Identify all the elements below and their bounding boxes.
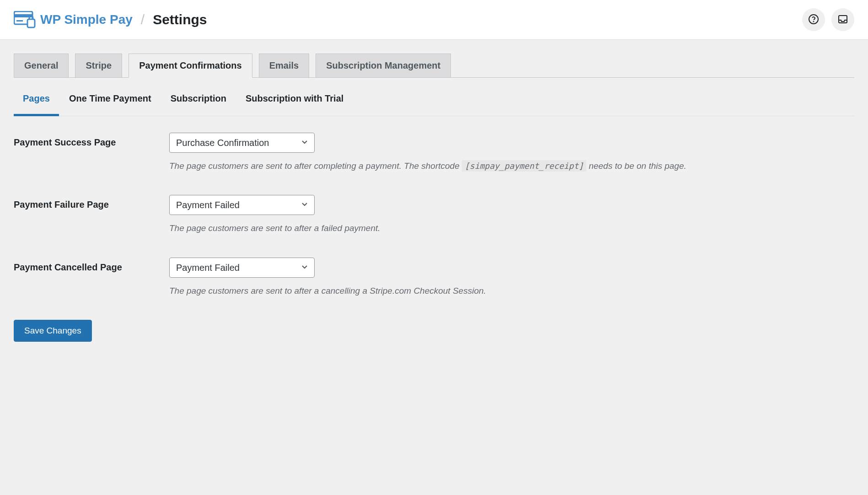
svg-point-5 [814,21,814,22]
field-payment-failure-page: Payment Failure Page Payment Failed The … [14,195,854,235]
settings-form: Payment Success Page Purchase Confirmati… [14,133,854,342]
tab-stripe[interactable]: Stripe [75,54,122,77]
tab-payment-confirmations[interactable]: Payment Confirmations [129,54,252,78]
page-title: Settings [153,12,207,27]
primary-tabs: General Stripe Payment Confirmations Ema… [14,54,854,78]
label-payment-cancelled-page: Payment Cancelled Page [14,258,169,273]
field-payment-cancelled-page: Payment Cancelled Page Payment Failed Th… [14,258,854,298]
description-payment-success-page: The page customers are sent to after com… [169,159,854,173]
help-button[interactable] [802,8,825,31]
save-changes-button[interactable]: Save Changes [14,320,92,342]
label-payment-success-page: Payment Success Page [14,133,169,148]
tab-emails[interactable]: Emails [259,54,309,77]
header-actions [802,8,854,31]
help-circle-icon [808,14,819,26]
brand-name: WP Simple Pay [40,12,133,27]
tab-subscription-management[interactable]: Subscription Management [316,54,451,77]
subtab-subscription[interactable]: Subscription [171,81,226,116]
brand-logo-icon [14,11,36,28]
inbox-button[interactable] [831,8,854,31]
select-payment-cancelled-page[interactable]: Payment Failed [169,258,315,278]
svg-rect-3 [27,19,35,27]
field-payment-success-page: Payment Success Page Purchase Confirmati… [14,133,854,173]
shortcode-text: [simpay_payment_receipt] [462,160,586,172]
select-payment-success-page[interactable]: Purchase Confirmation [169,133,315,153]
page-header: WP Simple Pay / Settings [0,0,868,40]
inbox-icon [837,14,848,26]
subtab-subscription-with-trial[interactable]: Subscription with Trial [246,81,343,116]
secondary-tabs: Pages One Time Payment Subscription Subs… [14,81,854,116]
breadcrumb-separator: / [141,12,145,27]
svg-rect-2 [16,20,23,22]
select-payment-failure-page[interactable]: Payment Failed [169,195,315,215]
brand-logo: WP Simple Pay [14,11,133,28]
subtab-pages[interactable]: Pages [23,81,50,116]
tab-general[interactable]: General [14,54,69,77]
content-area: General Stripe Payment Confirmations Ema… [0,40,868,360]
subtab-one-time-payment[interactable]: One Time Payment [69,81,151,116]
label-payment-failure-page: Payment Failure Page [14,195,169,210]
description-payment-failure-page: The page customers are sent to after a f… [169,221,854,235]
description-payment-cancelled-page: The page customers are sent to after a c… [169,284,854,298]
